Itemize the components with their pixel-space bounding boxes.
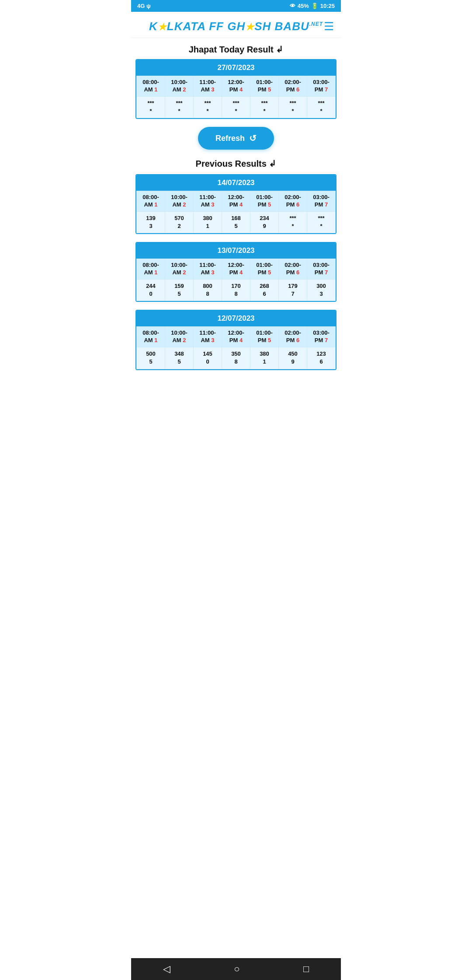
refresh-button-wrapper: Refresh ↺ [135, 127, 337, 150]
status-left: 4G ψ [137, 3, 151, 9]
p2-col-4: 12:00-PM 4 [222, 259, 250, 280]
prev-1-header-row: 08:00-AM 1 10:00-AM 2 11:00-AM 3 12:00-P… [137, 191, 336, 212]
prev-2-result-row: 2440 1595 8008 1708 2686 1797 3003 [137, 280, 336, 301]
network-icon: 4G ψ [137, 3, 151, 9]
p1-r2: 5702 [165, 211, 194, 233]
p3-col-1: 08:00-AM 1 [137, 327, 165, 347]
prev-table-3-grid: 08:00-AM 1 10:00-AM 2 11:00-AM 3 12:00-P… [136, 326, 336, 369]
p2-col-6: 02:00-PM 6 [279, 259, 307, 280]
p3-r2: 3485 [165, 347, 194, 369]
p1-col-2: 10:00-AM 2 [165, 191, 194, 212]
p1-col-4: 12:00-PM 4 [222, 191, 250, 212]
p2-r6: 1797 [279, 280, 307, 301]
p1-col-3: 11:00-AM 3 [194, 191, 222, 212]
today-result-3: **** [194, 96, 222, 118]
prev-date-2: 13/07/2023 [136, 243, 336, 259]
p2-col-5: 01:00-PM 5 [250, 259, 279, 280]
status-right: 👁 45% 🔋 10:25 [290, 3, 335, 9]
p2-col-2: 10:00-AM 2 [165, 259, 194, 280]
today-result-4: **** [222, 96, 250, 118]
previous-section-title: Previous Results ↲ [135, 158, 337, 169]
p2-r5: 2686 [250, 280, 279, 301]
p3-col-7: 03:00-PM 7 [307, 327, 336, 347]
star-icon-1: ★ [158, 21, 167, 32]
p1-col-7: 03:00-PM 7 [307, 191, 336, 212]
p2-r7: 3003 [307, 280, 336, 301]
prev-table-2: 13/07/2023 08:00-AM 1 10:00-AM 2 11:00-A… [135, 242, 337, 302]
p3-r7: 1236 [307, 347, 336, 369]
col-header-2: 10:00-AM 2 [165, 76, 194, 97]
p1-col-6: 02:00-PM 6 [279, 191, 307, 212]
prev-table-1-grid: 08:00-AM 1 10:00-AM 2 11:00-AM 3 12:00-P… [136, 191, 336, 233]
prev-2-header-row: 08:00-AM 1 10:00-AM 2 11:00-AM 3 12:00-P… [137, 259, 336, 280]
col-header-7: 03:00-PM 7 [307, 76, 336, 97]
prev-table-1: 14/07/2023 08:00-AM 1 10:00-AM 2 11:00-A… [135, 174, 337, 234]
p2-col-7: 03:00-PM 7 [307, 259, 336, 280]
today-result-1: **** [137, 96, 165, 118]
status-bar: 4G ψ 👁 45% 🔋 10:25 [131, 0, 341, 12]
today-table: 08:00-AM 1 10:00-AM 2 11:00-AM 3 12:00-P… [136, 76, 336, 118]
prev-date-3: 12/07/2023 [136, 311, 336, 326]
prev-3-result-row: 5005 3485 1450 3508 3801 4509 1236 [137, 347, 336, 369]
col-header-6: 02:00-PM 6 [279, 76, 307, 97]
p1-r1: 1393 [137, 211, 165, 233]
today-result-7: **** [307, 96, 336, 118]
p3-r1: 5005 [137, 347, 165, 369]
refresh-label: Refresh [215, 134, 245, 143]
p3-col-6: 02:00-PM 6 [279, 327, 307, 347]
p3-r3: 1450 [194, 347, 222, 369]
today-result-5: **** [250, 96, 279, 118]
p1-col-5: 01:00-PM 5 [250, 191, 279, 212]
p2-r1: 2440 [137, 280, 165, 301]
today-result-6: **** [279, 96, 307, 118]
p1-r6: **** [279, 211, 307, 233]
prev-date-1: 14/07/2023 [136, 175, 336, 191]
refresh-button[interactable]: Refresh ↺ [198, 127, 274, 150]
p2-col-3: 11:00-AM 3 [194, 259, 222, 280]
today-date-header: 27/07/2023 [136, 60, 336, 76]
col-header-3: 11:00-AM 3 [194, 76, 222, 97]
today-result-row: **** **** **** **** **** **** **** [137, 96, 336, 118]
header: K★LKATA FF GH★SH BABU.NET ☰ [131, 12, 341, 38]
col-header-1: 08:00-AM 1 [137, 76, 165, 97]
p2-r3: 8008 [194, 280, 222, 301]
p2-r2: 1595 [165, 280, 194, 301]
p3-col-3: 11:00-AM 3 [194, 327, 222, 347]
logo-net: .NET [309, 21, 323, 27]
p1-r7: **** [307, 211, 336, 233]
p1-col-1: 08:00-AM 1 [137, 191, 165, 212]
p2-col-1: 08:00-AM 1 [137, 259, 165, 280]
today-section-title: Jhapat Today Result ↲ [135, 44, 337, 55]
today-header-row: 08:00-AM 1 10:00-AM 2 11:00-AM 3 12:00-P… [137, 76, 336, 97]
today-result-table: 27/07/2023 08:00-AM 1 10:00-AM 2 11:00-A… [135, 59, 337, 119]
p1-r4: 1685 [222, 211, 250, 233]
logo: K★LKATA FF GH★SH BABU.NET [149, 20, 323, 33]
p1-r5: 2349 [250, 211, 279, 233]
menu-icon[interactable]: ☰ [324, 20, 334, 33]
today-result-2: **** [165, 96, 194, 118]
col-header-4: 12:00-PM 4 [222, 76, 250, 97]
refresh-icon: ↺ [249, 133, 257, 144]
p3-r6: 4509 [279, 347, 307, 369]
star-icon-2: ★ [245, 21, 254, 32]
prev-table-2-grid: 08:00-AM 1 10:00-AM 2 11:00-AM 3 12:00-P… [136, 259, 336, 301]
prev-3-header-row: 08:00-AM 1 10:00-AM 2 11:00-AM 3 12:00-P… [137, 327, 336, 347]
col-header-5: 01:00-PM 5 [250, 76, 279, 97]
logo-text: K★LKATA FF GH★SH BABU.NET [149, 20, 323, 33]
eye-icon: 👁 [290, 3, 295, 9]
p3-col-5: 01:00-PM 5 [250, 327, 279, 347]
p3-r4: 3508 [222, 347, 250, 369]
p3-r5: 3801 [250, 347, 279, 369]
p1-r3: 3801 [194, 211, 222, 233]
p2-r4: 1708 [222, 280, 250, 301]
time-text: 10:25 [320, 3, 335, 9]
prev-1-result-row: 1393 5702 3801 1685 2349 **** **** [137, 211, 336, 233]
battery-icon: 🔋 [311, 3, 318, 9]
battery-text: 45% [298, 3, 309, 9]
main-content: Jhapat Today Result ↲ 27/07/2023 08:00-A… [131, 38, 341, 409]
p3-col-2: 10:00-AM 2 [165, 327, 194, 347]
prev-table-3: 12/07/2023 08:00-AM 1 10:00-AM 2 11:00-A… [135, 310, 337, 370]
p3-col-4: 12:00-PM 4 [222, 327, 250, 347]
